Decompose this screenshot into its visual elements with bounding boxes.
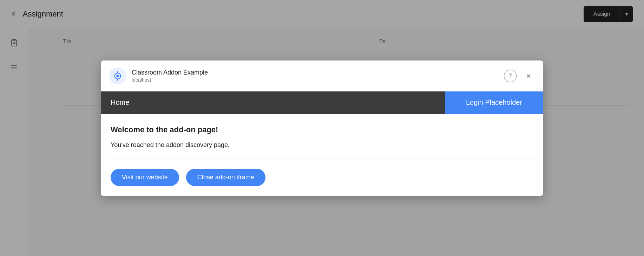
modal-overlay: Classroom Addon Example localhost ? × Ho…: [0, 0, 644, 256]
modal-body: Welcome to the add-on page! You've reach…: [101, 114, 543, 196]
modal-dialog: Classroom Addon Example localhost ? × Ho…: [101, 60, 543, 196]
modal-title-block: Classroom Addon Example localhost: [132, 69, 498, 83]
modal-title: Classroom Addon Example: [132, 69, 498, 76]
modal-header: Classroom Addon Example localhost ? ×: [101, 60, 543, 91]
modal-action-buttons: Visit our website Close add-on iframe: [111, 169, 533, 186]
visit-website-button[interactable]: Visit our website: [111, 169, 179, 186]
modal-logo: [109, 68, 126, 84]
modal-nav-home-label: Home: [111, 98, 129, 107]
modal-header-actions: ? ×: [504, 70, 535, 82]
modal-nav-login-label: Login Placeholder: [466, 98, 522, 107]
modal-subtitle: localhost: [132, 77, 498, 83]
modal-nav-home[interactable]: Home: [101, 91, 445, 114]
modal-nav-login[interactable]: Login Placeholder: [445, 91, 543, 114]
svg-point-9: [116, 75, 119, 77]
modal-help-button[interactable]: ?: [504, 70, 517, 82]
modal-close-button[interactable]: ×: [522, 70, 535, 82]
close-iframe-button[interactable]: Close add-on iframe: [186, 169, 265, 186]
modal-nav: Home Login Placeholder: [101, 91, 543, 114]
modal-welcome-heading: Welcome to the add-on page!: [111, 125, 533, 134]
modal-description-text: You've reached the addon discovery page.: [111, 141, 533, 149]
modal-body-divider: [111, 159, 533, 159]
